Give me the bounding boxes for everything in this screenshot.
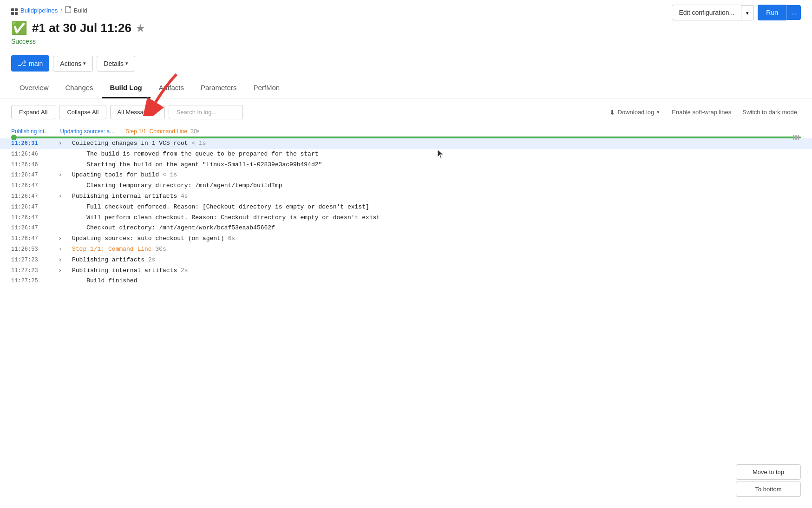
bottom-actions: Move to top To bottom	[736, 464, 801, 497]
search-log-button[interactable]: Search in log...	[169, 105, 243, 119]
tab-artifacts-label: Artifacts	[159, 84, 184, 91]
log-text-content: Updating tools for build	[72, 170, 159, 180]
star-icon[interactable]: ★	[136, 23, 144, 34]
log-text-content: The build is removed from the queue to b…	[86, 150, 318, 159]
log-indent	[72, 223, 86, 233]
log-line: 11:27:23 › Publishing artifacts 2s	[0, 255, 812, 266]
log-line: 11:26:47 Clearing temporary directory: /…	[0, 181, 812, 191]
download-chevron-icon: ▾	[657, 109, 660, 115]
log-indent	[72, 276, 86, 286]
download-log-button[interactable]: ⬇ Download log ▾	[605, 105, 665, 119]
log-text-content: Full checkout enforced. Reason: [Checkou…	[86, 202, 369, 212]
log-expand-icon	[51, 150, 69, 159]
progress-bar-ticks	[793, 135, 799, 140]
download-icon: ⬇	[609, 109, 615, 116]
log-text-content: Starting the build on the agent "Linux-S…	[86, 160, 322, 170]
expand-all-button[interactable]: Expand All	[11, 105, 55, 119]
branch-icon: ⎇	[18, 59, 26, 68]
log-timestamp: 11:27:23	[11, 256, 48, 265]
run-label: Run	[766, 9, 778, 16]
tab-parameters[interactable]: Parameters	[192, 79, 245, 98]
log-timestamp: 11:26:47	[11, 224, 48, 233]
details-chevron-icon: ▾	[125, 60, 128, 66]
chevron-down-icon: ▾	[746, 10, 749, 16]
tabs-row: Overview Changes Build Log Artifacts Par…	[0, 72, 812, 98]
log-timestamp: 11:26:46	[11, 161, 48, 169]
tick-1	[793, 135, 794, 140]
log-expand-icon[interactable]: ›	[51, 170, 69, 180]
log-expand-icon[interactable]: ›	[51, 192, 69, 202]
log-line: 11:26:47 Will perform clean checkout. Re…	[0, 213, 812, 223]
log-expand-icon[interactable]: ›	[51, 234, 69, 244]
tick-2	[795, 135, 797, 140]
tab-perfmon-label: PerfMon	[253, 84, 280, 91]
log-line: 11:27:23 › Publishing internal artifacts…	[0, 266, 812, 276]
edit-config-label: Edit configuration...	[679, 9, 734, 16]
tab-overview-label: Overview	[20, 84, 49, 91]
edit-config-chevron-button[interactable]: ▾	[741, 5, 754, 20]
log-timestamp: 11:26:47	[11, 192, 48, 201]
log-text-content: Checkout directory: /mnt/agent/work/bcaf…	[86, 223, 275, 233]
build-doc-icon	[65, 6, 71, 14]
log-timestamp: 11:26:53	[11, 245, 48, 254]
branch-button[interactable]: ⎇ main	[11, 55, 49, 72]
to-bottom-button[interactable]: To bottom	[736, 482, 801, 497]
buildpipelines-icon	[11, 6, 18, 15]
dark-mode-button[interactable]: Switch to dark mode	[739, 105, 801, 119]
log-text-content: Publishing internal artifacts	[72, 266, 177, 276]
log-expand-icon[interactable]: ›	[51, 245, 69, 254]
collapse-all-button[interactable]: Collapse All	[59, 105, 106, 119]
all-messages-button[interactable]: All Messages ▾	[110, 105, 164, 119]
edit-config-button[interactable]: Edit configuration...	[672, 5, 741, 20]
log-expand-icon[interactable]: ›	[51, 139, 69, 149]
success-status-label: Success	[11, 38, 801, 45]
log-text-content: Publishing internal artifacts	[72, 192, 177, 202]
soft-wrap-label: Enable soft-wrap lines	[672, 109, 731, 116]
breadcrumb-separator: /	[60, 7, 62, 14]
log-indent	[72, 160, 86, 170]
log-expand-icon	[51, 160, 69, 170]
collapse-all-label: Collapse All	[67, 109, 98, 116]
log-expand-icon[interactable]: ›	[51, 255, 69, 265]
soft-wrap-button[interactable]: Enable soft-wrap lines	[668, 105, 735, 119]
log-indent	[72, 150, 86, 159]
tab-overview[interactable]: Overview	[11, 79, 57, 98]
log-duration: 6s	[224, 234, 235, 244]
tab-artifacts[interactable]: Artifacts	[151, 79, 192, 98]
log-indent	[72, 213, 86, 223]
run-button[interactable]: Run	[758, 5, 786, 20]
log-expand-icon	[51, 223, 69, 233]
log-text-content[interactable]: Step 1/1: Command Line	[72, 245, 152, 254]
log-line: 11:26:31 › Collecting changes in 1 VCS r…	[0, 138, 812, 149]
log-expand-icon	[51, 213, 69, 223]
log-expand-icon	[51, 276, 69, 286]
log-expand-icon	[51, 202, 69, 212]
build-title: ✅ #1 at 30 Jul 11:26 ★	[11, 20, 801, 36]
actions-label: Actions	[60, 60, 81, 67]
details-button[interactable]: Details ▾	[97, 56, 135, 72]
tab-parameters-label: Parameters	[201, 84, 237, 91]
log-duration: 2s	[144, 255, 155, 265]
all-messages-chevron-icon: ▾	[155, 109, 158, 115]
run-more-button[interactable]: ...	[786, 5, 801, 20]
tab-build-log[interactable]: Build Log	[102, 79, 151, 98]
breadcrumb-parent[interactable]: Buildpipelines	[20, 7, 58, 14]
all-messages-label: All Messages	[117, 109, 153, 116]
progress-label-updating[interactable]: Updating sources: a...	[60, 128, 114, 135]
download-log-label: Download log	[618, 109, 655, 116]
progress-label-publishing[interactable]: Publishing int...	[11, 128, 49, 135]
actions-button[interactable]: Actions ▾	[53, 56, 93, 72]
page-wrapper: Buildpipelines / Build Edit configuratio…	[0, 0, 812, 508]
tab-perfmon[interactable]: PerfMon	[245, 79, 288, 98]
success-check-icon: ✅	[11, 20, 27, 36]
progress-labels: Publishing int... Updating sources: a...…	[11, 126, 801, 137]
log-toolbar: Expand All Collapse All All Messages ▾ S…	[0, 98, 812, 126]
log-timestamp: 11:26:31	[11, 139, 48, 148]
log-text-content: Updating sources: auto checkout (on agen…	[72, 234, 224, 244]
step-duration: 30s	[190, 128, 199, 135]
log-indent	[72, 202, 86, 212]
tab-changes[interactable]: Changes	[57, 79, 102, 98]
log-expand-icon[interactable]: ›	[51, 266, 69, 276]
move-to-top-button[interactable]: Move to top	[736, 464, 801, 480]
step-label-text: Step 1/1: Command Line	[125, 128, 187, 135]
